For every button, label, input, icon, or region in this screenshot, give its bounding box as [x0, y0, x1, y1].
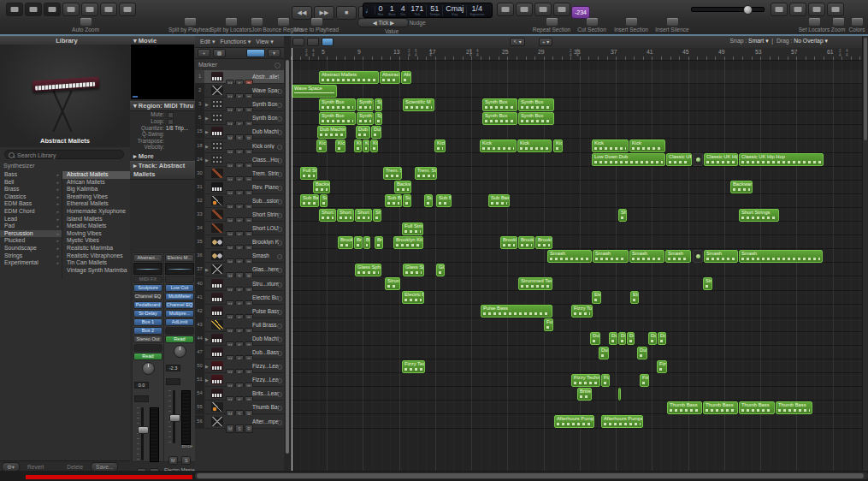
arrange-lane-47[interactable] [291, 346, 862, 359]
arrange-tracks-body[interactable]: Abstract MalletsAbstractAbsWave SpaceSyn… [291, 60, 862, 471]
volume-readout[interactable]: 0.0 [134, 382, 149, 389]
arrange-lane-34[interactable] [291, 222, 862, 235]
region-elect[interactable]: Elect [630, 291, 639, 304]
region-dub-mac[interactable]: Dub Mac [356, 126, 370, 139]
midi-fx-slot[interactable] [165, 276, 194, 283]
region-short-str[interactable]: Short Str [355, 209, 372, 222]
region-dub[interactable]: Dub [648, 332, 657, 345]
region-afterhours-pumper[interactable]: Afterhours Pumper [554, 415, 594, 428]
track-name[interactable]: Fizzy...Lead [252, 363, 279, 369]
midi-fx-slot[interactable]: MIDI FX [133, 276, 162, 283]
track-header-31[interactable]: 31MSRRev. Piano [195, 181, 284, 194]
region-abs[interactable]: Abs [401, 71, 411, 84]
track-on-indicator[interactable] [277, 130, 282, 135]
plugin-slot-multipre-[interactable]: Multipre... [165, 310, 194, 318]
channel-setting-button[interactable]: Abstract... [133, 254, 162, 262]
region-trem-str[interactable]: Trem. Str [383, 167, 402, 180]
region-field-qswing[interactable]: Q-Swing: [130, 131, 195, 138]
region-glass-spheres[interactable]: Glass Spheres [355, 264, 381, 276]
library-patch-mystic-vibes[interactable]: Mystic Vibes [62, 237, 130, 245]
region-wave-space[interactable]: Wave Space [292, 85, 337, 98]
region-synth-bo[interactable]: Synth Bo [357, 98, 374, 111]
region-thumb-bass[interactable]: Thumb Bass [776, 401, 812, 414]
region-sub-bas[interactable]: Sub Bas [436, 194, 452, 207]
track-on-indicator[interactable] [277, 145, 282, 150]
nudge-value-selector[interactable]: ◀ Tick ▶ [357, 18, 409, 27]
arrange-lane-50[interactable] [291, 359, 862, 373]
library-patch-realistic-vibraphones[interactable]: Realistic Vibraphones [62, 252, 130, 260]
region-dub[interactable]: Dub [590, 332, 600, 345]
track-on-indicator[interactable] [277, 365, 282, 370]
arrange-lane-43[interactable] [291, 318, 862, 332]
plugin-slot-low-cut[interactable]: Low Cut [165, 284, 194, 292]
loop-indicator[interactable] [693, 153, 703, 166]
track-header-18[interactable]: 18▶MSRKick only [195, 140, 284, 153]
scroll-thumb[interactable] [197, 473, 864, 478]
volume-fader[interactable] [135, 407, 161, 460]
arrange-lane-40[interactable] [291, 277, 862, 291]
library-breadcrumb[interactable]: Synthesizer [3, 163, 35, 169]
region-sub-bass[interactable]: Sub Bass [385, 194, 402, 207]
region-full[interactable]: Full [544, 318, 553, 331]
track-on-indicator[interactable] [277, 324, 282, 329]
track-view-toggle-active[interactable] [246, 49, 265, 57]
arrange-lane-32[interactable] [291, 194, 862, 208]
track-header-37[interactable]: 37▶MSRGlas...heres [195, 263, 284, 276]
region-sub[interactable]: Sub [320, 194, 328, 207]
track-name[interactable]: Synth Box [252, 115, 279, 121]
region-abstract-mallets[interactable]: Abstract Mallets [319, 71, 379, 84]
track-name[interactable]: Class...Hop [252, 157, 279, 163]
region-smash[interactable]: Smash [704, 250, 738, 263]
channel-setting-button[interactable]: Electro M... [165, 254, 194, 262]
lcd-key[interactable]: CmajKey [442, 5, 466, 16]
track-on-indicator[interactable] [277, 199, 282, 205]
solo-button[interactable]: S [235, 425, 244, 433]
track-header-1[interactable]: 1MSRAbstr...allets [195, 70, 284, 84]
track-on-indicator[interactable] [277, 172, 282, 177]
region-field-loop[interactable]: Loop: [130, 118, 195, 125]
volume-readout[interactable]: -2.3 [166, 365, 180, 371]
region-bro[interactable]: Bro [375, 236, 383, 249]
volume-fader[interactable] [167, 390, 192, 443]
track-name[interactable]: Smash [252, 252, 279, 258]
track-on-indicator[interactable] [277, 378, 282, 383]
region-sub-bass[interactable]: Sub Bass [488, 194, 510, 207]
track-header-2[interactable]: 2MSRWave Space [195, 84, 284, 98]
track-on-indicator[interactable] [277, 103, 282, 108]
region-kick[interactable]: Kick [553, 140, 563, 152]
plugin-slot-channel-eq[interactable]: Channel EQ [133, 293, 162, 300]
track-name[interactable]: Sub...ssion [252, 198, 279, 204]
bar-ruler[interactable]: 5913172125293337414549535761244424644434… [291, 48, 862, 61]
automation-mode-button[interactable]: Read [165, 336, 194, 343]
region-smash[interactable]: Smash [547, 250, 592, 263]
catch-playhead-icon[interactable] [322, 38, 334, 46]
library-patch-big-kalimba[interactable]: Big Kalimba [62, 186, 130, 193]
plugin-slot-channel-eq[interactable]: Channel EQ [165, 301, 194, 309]
region-smash[interactable]: Smash [629, 250, 664, 263]
disclosure-triangle[interactable]: ▶ [205, 364, 209, 369]
track-name[interactable]: Stru...xture [252, 281, 279, 287]
library-category-edm-chord[interactable]: EDM Chord▸ [0, 208, 62, 216]
region-brooklyn-kit[interactable]: Brooklyn Kit [393, 236, 423, 249]
region-smash[interactable]: Smash [739, 250, 823, 263]
track-header-41[interactable]: 41MSRElectric Buzz [195, 291, 284, 305]
track-name[interactable]: Glas...heres [252, 266, 279, 272]
region-brooklyn[interactable]: Brooklyn [500, 236, 517, 249]
region-synth-box[interactable]: Synth Box [319, 98, 356, 111]
track-header-44[interactable]: 44▶MSRDub Machine [195, 332, 284, 346]
snap-menu[interactable]: Smart ▾ [748, 38, 768, 44]
library-patch-tin-can-mallets[interactable]: Tin Can Mallets [62, 259, 130, 267]
track-view-toggle[interactable]: ▾ [268, 49, 280, 57]
region-afterhours-pumper[interactable]: Afterhours Pumper [601, 415, 643, 428]
track-on-indicator[interactable] [277, 254, 282, 259]
mixer-icon[interactable] [44, 3, 61, 16]
region-syn[interactable]: Syn [375, 112, 382, 125]
lcd-position-bar[interactable]: 0Bar [375, 5, 386, 16]
region-thumb-bass[interactable]: Thumb Bass [739, 401, 775, 414]
region-synth-box[interactable]: Synth Box [518, 112, 554, 125]
region-brooklyn[interactable]: Brooklyn [535, 236, 552, 249]
track-header-30[interactable]: 30MSRTrem. Strings [195, 167, 284, 181]
region-backward[interactable]: Backward [394, 181, 411, 193]
region-kick[interactable]: Kick [434, 140, 446, 152]
track-header-15[interactable]: 15▶MSRDub Machine [195, 125, 284, 139]
